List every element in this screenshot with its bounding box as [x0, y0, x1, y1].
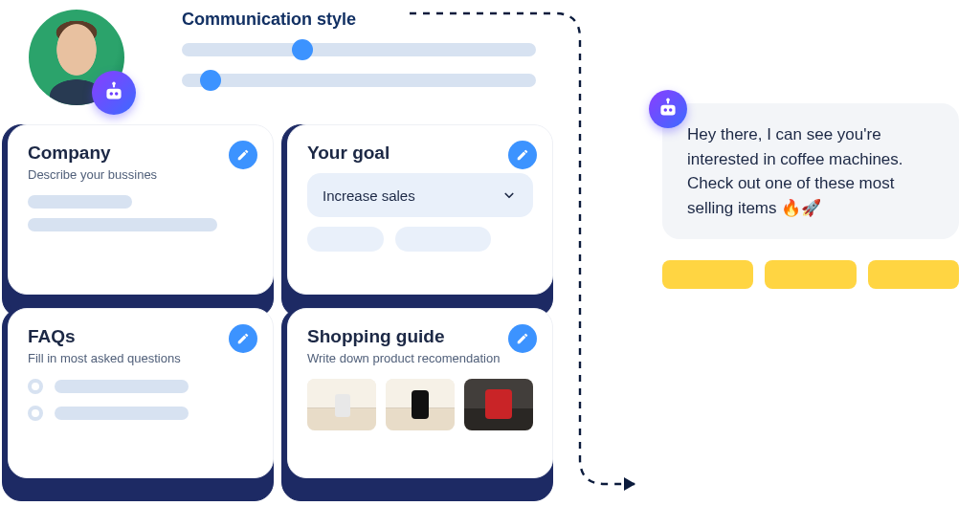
placeholder-line	[28, 195, 132, 209]
slider-knob[interactable]	[292, 39, 313, 60]
card-subtitle: Write down product recomendation	[307, 351, 533, 365]
chevron-down-icon	[501, 187, 518, 204]
card-subtitle: Describe your bussines	[28, 167, 254, 182]
radio-icon	[28, 379, 43, 394]
bot-badge-icon	[649, 90, 687, 128]
product-thumbnail	[464, 379, 533, 430]
pencil-icon	[236, 148, 250, 162]
svg-rect-0	[106, 89, 121, 99]
faqs-card: FAQs Fill in most asked questions	[8, 308, 274, 478]
pencil-icon	[516, 332, 529, 345]
chat-message: Hey there, I can see you're interested i…	[662, 103, 959, 239]
goal-tags	[307, 227, 533, 252]
card-title: Your goal	[307, 143, 533, 164]
arrow-right-icon	[624, 477, 635, 491]
product-thumbnails	[307, 379, 533, 430]
product-thumbnail	[386, 379, 455, 430]
card-subtitle: Fill in most asked questions	[28, 351, 254, 365]
placeholder-line	[55, 407, 189, 420]
shopping-guide-card: Shopping guide Write down product recome…	[287, 308, 553, 478]
svg-point-9	[666, 99, 669, 101]
slider-knob[interactable]	[200, 70, 221, 91]
faq-item	[28, 379, 254, 394]
pencil-icon	[516, 148, 529, 162]
chat-preview: Hey there, I can see you're interested i…	[662, 103, 959, 289]
product-carousel	[662, 253, 959, 289]
tag-placeholder	[307, 227, 384, 252]
product-item[interactable]	[662, 253, 753, 289]
card-title: Company	[28, 143, 254, 164]
card-title: Shopping guide	[307, 326, 533, 347]
product-item[interactable]	[765, 253, 856, 289]
tag-placeholder	[395, 227, 491, 252]
svg-point-1	[110, 92, 113, 95]
product-thumbnail	[307, 379, 376, 430]
communication-title: Communication style	[182, 10, 536, 30]
style-slider-2[interactable]	[182, 74, 536, 87]
svg-point-7	[669, 108, 672, 111]
product-cta[interactable]	[868, 260, 959, 289]
faq-item	[28, 406, 254, 421]
edit-button[interactable]	[508, 324, 537, 353]
company-card: Company Describe your bussines	[8, 124, 274, 295]
goal-card: Your goal Increase sales	[287, 124, 553, 295]
select-value: Increase sales	[323, 187, 415, 204]
goal-select[interactable]: Increase sales	[307, 173, 533, 217]
svg-point-4	[112, 82, 115, 85]
edit-button[interactable]	[508, 141, 537, 169]
edit-button[interactable]	[229, 141, 257, 169]
pencil-icon	[236, 332, 250, 345]
config-cards: Company Describe your bussines Your goal…	[8, 124, 553, 478]
communication-style-block: Communication style	[182, 10, 536, 104]
svg-rect-5	[660, 105, 675, 116]
placeholder-line	[55, 380, 189, 393]
product-item[interactable]	[868, 253, 959, 289]
card-title: FAQs	[28, 326, 254, 347]
bot-badge-icon	[92, 71, 136, 115]
avatar-block	[29, 10, 130, 111]
placeholder-line	[28, 218, 217, 231]
edit-button[interactable]	[229, 324, 257, 353]
radio-icon	[28, 406, 43, 421]
svg-point-2	[115, 92, 118, 95]
svg-point-6	[664, 108, 667, 111]
product-cta[interactable]	[765, 260, 856, 289]
product-cta[interactable]	[662, 260, 753, 289]
style-slider-1[interactable]	[182, 43, 536, 56]
